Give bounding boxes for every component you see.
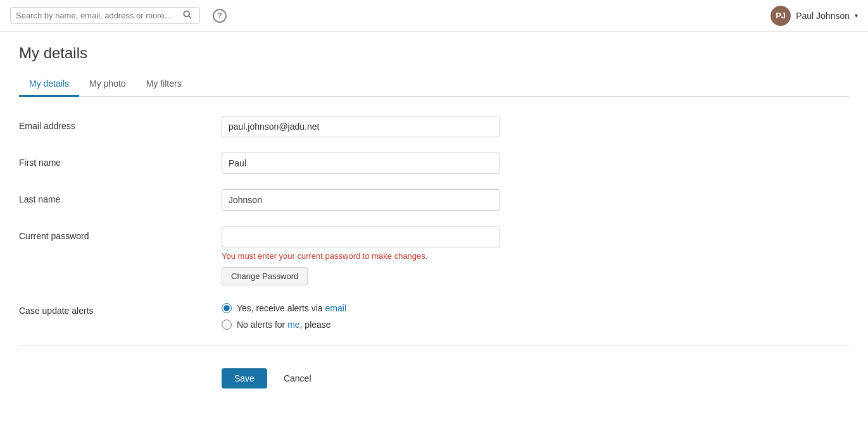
password-label: Current password <box>19 226 222 241</box>
help-icon[interactable]: ? <box>213 9 227 23</box>
search-button[interactable] <box>180 10 194 21</box>
cancel-button[interactable]: Cancel <box>275 368 320 389</box>
first-name-label: First name <box>19 152 222 168</box>
alerts-control-wrap: Yes, receive alerts via email No alerts … <box>222 301 500 330</box>
alert-yes-option[interactable]: Yes, receive alerts via email <box>222 303 500 313</box>
user-dropdown-arrow: ▾ <box>855 12 858 19</box>
password-control-wrap: You must enter your current password to … <box>222 226 500 285</box>
page-content: My details My details My photo My filter… <box>0 32 868 411</box>
last-name-field[interactable] <box>222 189 500 211</box>
tab-my-filters[interactable]: My filters <box>136 72 192 97</box>
current-password-field[interactable] <box>222 226 500 247</box>
first-name-field[interactable] <box>222 152 500 174</box>
footer-actions: Save Cancel <box>19 358 849 399</box>
avatar: PJ <box>771 6 791 26</box>
alert-yes-radio[interactable] <box>222 303 232 313</box>
alerts-row: Case update alerts Yes, receive alerts v… <box>19 301 849 330</box>
tabs: My details My photo My filters <box>19 72 849 97</box>
alerts-label: Case update alerts <box>19 301 222 316</box>
alerts-radio-group: Yes, receive alerts via email No alerts … <box>222 301 500 330</box>
alert-no-label: No alerts for me, please <box>237 320 331 330</box>
tab-my-details[interactable]: My details <box>19 72 79 97</box>
user-name-label: Paul Johnson <box>796 11 850 21</box>
password-row: Current password You must enter your cur… <box>19 226 849 285</box>
email-label: Email address <box>19 116 222 131</box>
svg-line-1 <box>189 16 191 18</box>
email-field[interactable] <box>222 116 500 137</box>
change-password-button[interactable]: Change Password <box>222 267 308 285</box>
alert-no-radio[interactable] <box>222 320 232 330</box>
password-hint: You must enter your current password to … <box>222 251 500 261</box>
user-menu[interactable]: PJ Paul Johnson ▾ <box>771 6 858 26</box>
alert-yes-link: email <box>325 303 346 313</box>
header: ? PJ Paul Johnson ▾ <box>0 0 868 32</box>
email-control-wrap <box>222 116 500 137</box>
page-title: My details <box>19 44 849 62</box>
alert-yes-label: Yes, receive alerts via email <box>237 303 346 313</box>
last-name-label: Last name <box>19 189 222 204</box>
tab-my-photo[interactable]: My photo <box>79 72 136 97</box>
divider <box>19 345 849 345</box>
alert-no-link: me <box>287 320 299 330</box>
alert-no-option[interactable]: No alerts for me, please <box>222 320 500 330</box>
last-name-row: Last name <box>19 189 849 211</box>
last-name-control-wrap <box>222 189 500 211</box>
svg-point-0 <box>184 11 189 16</box>
first-name-row: First name <box>19 152 849 174</box>
first-name-control-wrap <box>222 152 500 174</box>
save-button[interactable]: Save <box>222 368 267 389</box>
search-container <box>10 7 200 24</box>
search-input[interactable] <box>16 11 180 20</box>
search-icon <box>183 10 192 19</box>
email-row: Email address <box>19 116 849 137</box>
